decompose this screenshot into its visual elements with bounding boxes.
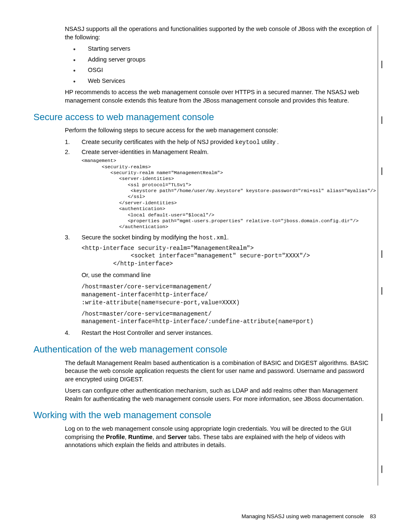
- step1-text-a: Create security certificates with the he…: [82, 139, 235, 145]
- margin-tick: [381, 167, 382, 175]
- secure-heading: Secure access to web management console: [33, 111, 374, 123]
- margin-tick: [381, 414, 382, 421]
- step-1: Create security certificates with the he…: [65, 138, 374, 146]
- footer-title: Managing NSASJ using web management cons…: [241, 513, 364, 519]
- step3-text-b: .: [227, 234, 229, 241]
- list-item: Starting servers: [73, 45, 374, 53]
- intro-p1: NSASJ supports all the operations and fu…: [65, 25, 374, 41]
- working-p1: Log on to the web management console usi…: [65, 425, 374, 450]
- code-block-http-interface: <http-interface security-realm="Manageme…: [82, 244, 374, 268]
- step-2: Create server-identities in Management R…: [65, 148, 374, 230]
- auth-p2: Users can configure other authentication…: [65, 387, 374, 403]
- hostxml-code: host.xml: [199, 234, 227, 241]
- margin-tick: [381, 250, 382, 258]
- secure-lead-block: Perform the following steps to secure ac…: [65, 126, 374, 135]
- step2-text: Create server-identities in Management R…: [82, 149, 209, 155]
- list-item: Adding server groups: [73, 56, 374, 64]
- step3-text-a: Secure the socket binding by modifying t…: [82, 234, 199, 241]
- c2: , and: [153, 434, 168, 440]
- profile-bold: Profile: [106, 434, 125, 440]
- runtime-bold: Runtime: [128, 434, 153, 440]
- list-item: OSGI: [73, 66, 374, 75]
- code-block-management: <management> <security-realms> <security…: [82, 158, 374, 230]
- intro-block: NSASJ supports all the operations and fu…: [65, 25, 374, 41]
- secure-steps: Create security certificates with the he…: [65, 138, 374, 337]
- secure-lead: Perform the following steps to secure ac…: [65, 126, 374, 135]
- server-bold: Server: [168, 434, 187, 440]
- page-footer: Managing NSASJ using web management cons…: [241, 513, 376, 520]
- intro-bullets: Starting servers Adding server groups OS…: [73, 45, 374, 85]
- step-4: Restart the Host Controller and server i…: [65, 329, 374, 337]
- working-heading: Working with the web management console: [33, 409, 374, 421]
- or-text: Or, use the command line: [82, 271, 374, 280]
- working-block: Log on to the web management console usi…: [65, 425, 374, 450]
- step4-text: Restart the Host Controller and server i…: [82, 329, 213, 336]
- step1-text-b: utility .: [260, 139, 279, 145]
- margin-tick: [381, 116, 382, 124]
- intro-block2: HP recommends to access the web manageme…: [65, 88, 374, 105]
- c1: ,: [125, 434, 128, 440]
- margin-tick: [381, 465, 382, 473]
- auth-p1: The default Management Realm based authe…: [65, 359, 374, 384]
- keytool-code: keytool: [235, 139, 260, 146]
- margin-tick: [381, 287, 382, 295]
- auth-heading: Authentication of the web management con…: [33, 343, 374, 356]
- step-3: Secure the socket binding by modifying t…: [65, 234, 374, 326]
- code-block-cli1: /host=master/core-service=management/ ma…: [82, 283, 374, 307]
- footer-page: 83: [370, 513, 376, 519]
- auth-block: The default Management Realm based authe…: [65, 359, 374, 403]
- intro-p2: HP recommends to access the web manageme…: [65, 88, 374, 105]
- margin-tick: [381, 61, 382, 68]
- page-content: NSASJ supports all the operations and fu…: [33, 25, 378, 486]
- code-block-cli2: /host=master/core-service=management/ ma…: [82, 310, 374, 326]
- list-item: Web Services: [73, 77, 374, 85]
